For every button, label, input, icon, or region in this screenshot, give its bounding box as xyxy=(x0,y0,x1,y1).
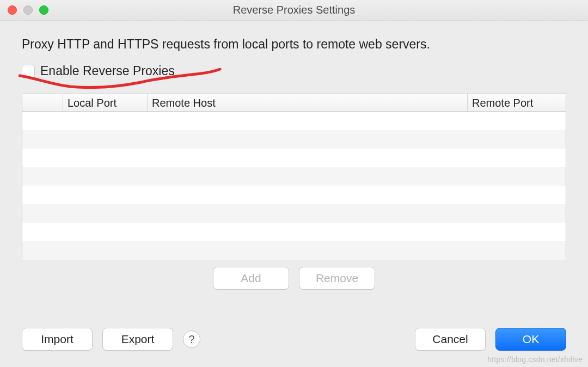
watermark-text: https://blog.csdn.net/xfolive xyxy=(487,355,583,364)
remove-button[interactable]: Remove xyxy=(299,267,375,290)
titlebar: Reverse Proxies Settings xyxy=(0,0,588,21)
table-row xyxy=(22,112,566,130)
table-row xyxy=(22,204,566,223)
description-text: Proxy HTTP and HTTPS requests from local… xyxy=(22,37,566,52)
export-button[interactable]: Export xyxy=(102,328,173,351)
column-remote-host[interactable]: Remote Host xyxy=(148,94,468,111)
column-remote-port[interactable]: Remote Port xyxy=(468,94,566,111)
table-row xyxy=(22,167,566,186)
import-button[interactable]: Import xyxy=(22,328,93,351)
column-check[interactable] xyxy=(22,94,63,111)
close-icon[interactable] xyxy=(8,5,17,15)
maximize-icon[interactable] xyxy=(39,5,48,15)
table-header: Local Port Remote Host Remote Port xyxy=(22,94,566,112)
content-area: Proxy HTTP and HTTPS requests from local… xyxy=(0,21,588,317)
window-title: Reverse Proxies Settings xyxy=(233,4,356,16)
table-row xyxy=(22,186,566,204)
cancel-button[interactable]: Cancel xyxy=(415,328,486,351)
add-button[interactable]: Add xyxy=(213,267,289,290)
table-action-buttons: Add Remove xyxy=(22,267,566,290)
table-body[interactable] xyxy=(22,112,566,260)
table-row xyxy=(22,130,566,149)
enable-reverse-proxies-checkbox[interactable] xyxy=(22,65,35,78)
minimize-icon xyxy=(23,5,33,15)
help-button[interactable]: ? xyxy=(183,331,200,348)
enable-reverse-proxies-label: Enable Reverse Proxies xyxy=(40,64,175,78)
column-local-port[interactable]: Local Port xyxy=(63,94,148,111)
table-row xyxy=(22,241,566,260)
proxies-table: Local Port Remote Host Remote Port xyxy=(22,94,566,257)
traffic-lights xyxy=(8,5,48,15)
ok-button[interactable]: OK xyxy=(495,328,566,351)
table-row xyxy=(22,149,566,167)
settings-window: Reverse Proxies Settings Proxy HTTP and … xyxy=(0,0,588,367)
enable-checkbox-row: Enable Reverse Proxies xyxy=(22,64,566,78)
table-row xyxy=(22,223,566,241)
